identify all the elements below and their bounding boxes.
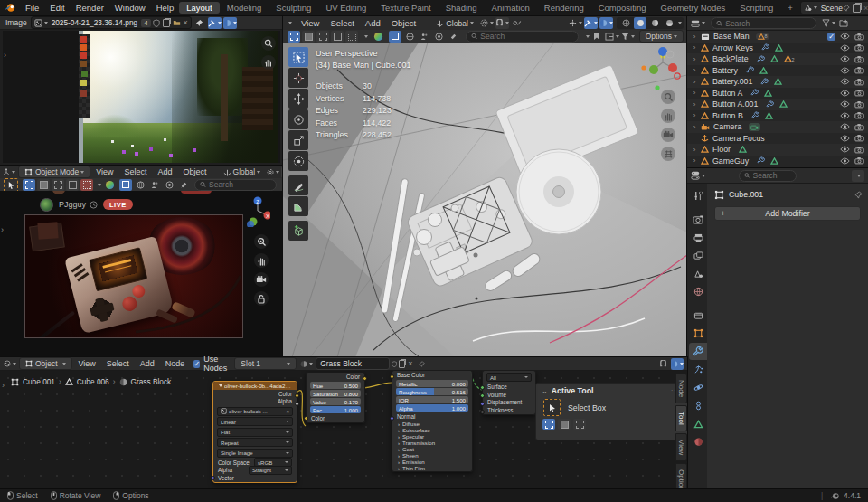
interpolation-dropdown[interactable]: Linear	[217, 417, 293, 426]
select-mode-invert-icon[interactable]	[66, 179, 79, 191]
mode-new-icon[interactable]	[542, 419, 555, 430]
filter-button[interactable]	[621, 31, 635, 43]
render-camera-icon[interactable]	[854, 100, 864, 109]
node-menu[interactable]: Node	[160, 359, 191, 368]
hide-eye-icon[interactable]	[840, 44, 850, 52]
properties-options-button[interactable]	[852, 170, 864, 182]
new-material-icon[interactable]	[399, 360, 405, 368]
pan-hand-icon[interactable]	[254, 253, 269, 268]
material-name-field[interactable]: Grass Block	[316, 357, 390, 370]
section-transmission[interactable]: ›Transmission	[392, 440, 472, 446]
outliner-row[interactable]: › Camera	[687, 121, 868, 133]
expand-icon[interactable]: ›	[691, 89, 698, 97]
workspace-tab-geometry-nodes[interactable]: Geometry Nodes	[654, 2, 733, 14]
outliner-row[interactable]: › BackPlate 2	[687, 53, 868, 65]
image-edit-mode-button[interactable]	[208, 17, 222, 29]
tab-tool[interactable]	[689, 187, 707, 204]
snap-magnet-icon[interactable]	[656, 358, 669, 370]
outliner-row[interactable]: › Battery	[687, 65, 868, 77]
output-target-dropdown[interactable]: All	[486, 373, 532, 382]
pin-icon[interactable]	[419, 360, 425, 368]
overlays-button[interactable]	[671, 358, 684, 370]
zoom-icon[interactable]	[661, 90, 675, 104]
render-camera-icon[interactable]	[854, 111, 864, 119]
tool-measure[interactable]	[288, 196, 308, 216]
render-camera-icon[interactable]	[854, 33, 864, 41]
paint-icon[interactable]	[447, 31, 459, 43]
material-sphere-icon[interactable]	[373, 32, 383, 42]
tool-rotate[interactable]	[288, 109, 308, 129]
expand-icon[interactable]: ›	[691, 123, 698, 131]
scene-selector[interactable]: Scene ×	[800, 1, 868, 14]
new-image-icon[interactable]	[163, 19, 170, 27]
render-camera-icon[interactable]	[854, 89, 864, 97]
tab-object-data[interactable]	[689, 415, 707, 432]
mode-subtract-icon[interactable]	[573, 419, 586, 430]
blender-logo-icon[interactable]	[4, 3, 16, 13]
tab-tool[interactable]: Tool	[675, 405, 687, 431]
render-camera-icon[interactable]	[854, 146, 864, 154]
material-output-node[interactable]: All Surface Volume Displacement Thicknes…	[482, 370, 536, 415]
globe-icon[interactable]	[134, 179, 146, 191]
expand-icon[interactable]: ›	[691, 33, 698, 41]
tab-view-layer[interactable]	[689, 247, 707, 264]
tab-object[interactable]	[689, 325, 707, 342]
view-menu[interactable]: View	[296, 18, 325, 28]
pin-icon[interactable]	[195, 19, 203, 27]
pin-icon[interactable]	[854, 191, 863, 199]
viewport-canvas[interactable]: User Perspective (34) Base Man | Cube.00…	[283, 43, 687, 357]
shader-context-selector[interactable]: Object	[19, 357, 72, 370]
render-camera-icon[interactable]	[854, 78, 864, 86]
mode-extend-icon[interactable]	[558, 419, 571, 430]
image-datablock[interactable]: 2025-04-21_23.36.14.png 4 ×	[31, 16, 192, 29]
source-dropdown[interactable]: Single Image	[217, 449, 293, 458]
object-menu[interactable]: Object	[178, 167, 212, 176]
select-mode-new-icon[interactable]	[23, 179, 35, 191]
node-header[interactable]: oliver-bullock-0b...4ada2bc9e823.jpg	[213, 382, 297, 390]
tool-add-cube[interactable]	[288, 221, 308, 241]
menu-render[interactable]: Render	[71, 3, 109, 13]
workspace-tab-sculpting[interactable]: Sculpting	[269, 2, 318, 14]
perspective-grid-icon[interactable]	[661, 147, 675, 161]
roughness-slider[interactable]: Roughness0.516	[396, 388, 468, 395]
metallic-slider[interactable]: Metallic0.000	[396, 380, 468, 387]
render-camera-icon[interactable]	[854, 55, 864, 63]
section-coat[interactable]: ›Coat	[392, 446, 472, 452]
hide-eye-icon[interactable]	[840, 100, 850, 108]
tab-collection[interactable]	[689, 307, 707, 324]
transform-orientation[interactable]: Global	[430, 18, 479, 29]
menu-edit[interactable]: Edit	[44, 3, 70, 13]
show-overlays-button[interactable]	[584, 17, 598, 29]
ior-slider[interactable]: IOR1.500	[396, 396, 468, 403]
filter-button[interactable]	[822, 17, 835, 29]
tab-view[interactable]: View	[675, 433, 687, 461]
transform-orientation[interactable]: Global	[218, 166, 267, 177]
mode-selector[interactable]: Object Mode	[18, 166, 90, 178]
use-nodes-checkbox[interactable]: ✓	[193, 360, 200, 368]
outliner-row[interactable]: › Button A	[687, 88, 868, 99]
principled-bsdf-node[interactable]: Base Color Metallic0.000 Roughness0.516 …	[392, 370, 473, 472]
workspace-tab-animation[interactable]: Animation	[485, 2, 537, 14]
select-mode-extend-icon[interactable]	[37, 179, 50, 191]
editor-type-icon[interactable]	[691, 170, 705, 182]
display-channels-button[interactable]	[223, 17, 237, 29]
render-camera-icon[interactable]	[854, 134, 864, 142]
close-icon[interactable]: ×	[863, 4, 868, 13]
object-menu[interactable]: Object	[386, 18, 421, 28]
select-mode-invert-icon[interactable]	[331, 31, 344, 43]
pan-hand-icon[interactable]	[261, 55, 276, 70]
viewport-axis-gizmo[interactable]: Z X	[245, 196, 270, 227]
expand-icon[interactable]: ›	[691, 146, 698, 154]
section-thin-film[interactable]: ›Thin Film	[392, 465, 472, 471]
unlink-icon[interactable]: ×	[408, 359, 412, 368]
tab-output[interactable]	[689, 229, 707, 246]
hide-eye-icon[interactable]	[840, 90, 850, 97]
menu-help[interactable]: Help	[151, 3, 180, 13]
hide-eye-icon[interactable]	[840, 146, 850, 153]
camera-view-icon[interactable]	[661, 128, 675, 142]
saturation-slider[interactable]: Saturation0.800	[310, 390, 361, 397]
hide-eye-icon[interactable]	[840, 78, 850, 85]
unlink-icon[interactable]: ×	[184, 18, 188, 27]
workspace-tab-rendering[interactable]: Rendering	[537, 2, 591, 14]
world-icon[interactable]	[163, 179, 175, 191]
